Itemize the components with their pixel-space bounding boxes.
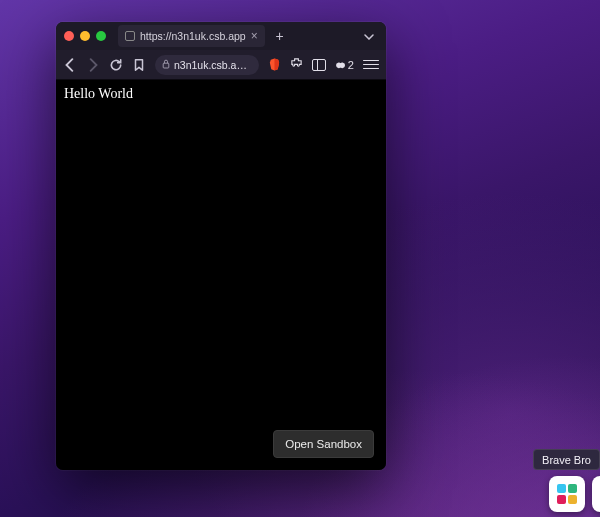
- window-controls: [64, 31, 106, 41]
- close-window-button[interactable]: [64, 31, 74, 41]
- page-viewport: Hello World Open Sandbox: [56, 80, 386, 470]
- browser-toolbar: n3n1uk.csb.a… ●● 2: [56, 50, 386, 80]
- forward-button[interactable]: [86, 58, 100, 72]
- reload-button[interactable]: [109, 58, 123, 72]
- extensions-icon[interactable]: [290, 57, 303, 73]
- sunglasses-icon: ●●: [335, 57, 342, 72]
- dock: [542, 471, 600, 517]
- open-sandbox-button[interactable]: Open Sandbox: [273, 430, 374, 458]
- bookmark-button[interactable]: [132, 58, 146, 72]
- back-button[interactable]: [63, 58, 77, 72]
- tab-favicon-icon: [125, 31, 135, 41]
- tab-strip: https://n3n1uk.csb.app × +: [56, 22, 386, 50]
- maximize-window-button[interactable]: [96, 31, 106, 41]
- brave-shields-icon[interactable]: [268, 58, 281, 71]
- address-bar[interactable]: n3n1uk.csb.a…: [155, 55, 259, 75]
- sidebar-toggle-icon[interactable]: [312, 59, 326, 71]
- browser-window: https://n3n1uk.csb.app × + n3n1uk.csb.a…: [56, 22, 386, 470]
- new-tab-button[interactable]: +: [271, 27, 289, 45]
- dock-app-slack-icon[interactable]: [549, 476, 585, 512]
- page-body-text: Hello World: [64, 86, 378, 102]
- tab-title: https://n3n1uk.csb.app: [140, 30, 246, 42]
- browser-tab[interactable]: https://n3n1uk.csb.app ×: [118, 25, 265, 47]
- shields-count: 2: [348, 59, 354, 71]
- minimize-window-button[interactable]: [80, 31, 90, 41]
- url-text: n3n1uk.csb.a…: [174, 59, 252, 71]
- svg-rect-0: [163, 63, 169, 68]
- hamburger-menu-icon[interactable]: [363, 60, 379, 70]
- dock-tooltip: Brave Bro: [533, 449, 600, 470]
- close-tab-icon[interactable]: ×: [251, 30, 258, 42]
- lock-icon: [162, 59, 170, 71]
- reader-mode-button[interactable]: ●● 2: [335, 57, 354, 72]
- tab-list-dropdown-icon[interactable]: [360, 27, 378, 46]
- dock-app-brave-icon[interactable]: [592, 476, 600, 512]
